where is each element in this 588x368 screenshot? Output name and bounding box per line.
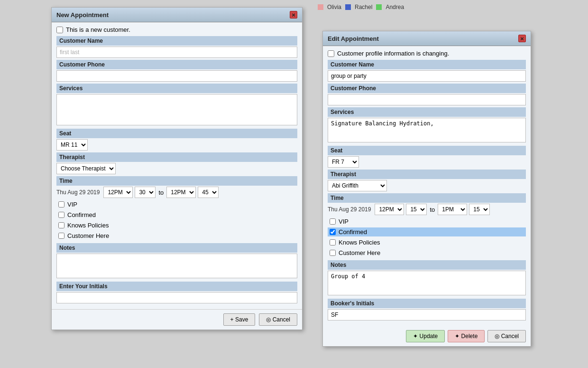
customer-here-checkbox[interactable]	[58, 233, 64, 239]
legend-dot-olivia	[318, 4, 323, 10]
edit-confirmed-label: Confirmed	[339, 228, 367, 236]
notes-textarea[interactable]	[56, 254, 297, 278]
services-textarea[interactable]	[56, 94, 297, 125]
customer-phone-input[interactable]	[56, 70, 297, 82]
new-customer-label: This is a new customer.	[66, 26, 130, 33]
edit-knows-policies-row: Knows Policies	[328, 238, 526, 247]
initials-input[interactable]	[56, 292, 297, 303]
edit-therapist-select[interactable]: Abi Griffith Choose Therapist Olivia Rac…	[328, 180, 387, 191]
vip-label: VIP	[67, 201, 77, 208]
edit-knows-policies-checkbox[interactable]	[330, 239, 336, 245]
edit-vip-row: VIP	[328, 217, 526, 226]
knows-policies-checkbox[interactable]	[58, 222, 64, 228]
confirmed-row: Confirmed	[56, 210, 297, 219]
edit-seat-select[interactable]: FR 7 MR 11 FR 8	[328, 156, 359, 168]
edit-appointment-footer: ✦ Update ✦ Delete ◎ Cancel	[323, 326, 531, 346]
edit-confirmed-row: Confirmed	[328, 227, 526, 236]
customer-here-label: Customer Here	[67, 232, 109, 239]
edit-seat-label: Seat	[328, 146, 526, 155]
customer-here-row: Customer Here	[56, 231, 297, 240]
edit-appointment-body: Customer profile information is changing…	[323, 46, 531, 326]
edit-vip-checkbox[interactable]	[330, 218, 336, 225]
new-customer-checkbox[interactable]	[56, 27, 63, 33]
edit-time-date: Thu Aug 29 2019	[328, 206, 371, 213]
edit-confirmed-checkbox[interactable]	[330, 229, 336, 235]
seat-select[interactable]: MR 11 MR 12 FR 7 FR 8	[56, 139, 88, 151]
edit-appointment-close-button[interactable]: ×	[518, 35, 526, 42]
edit-customer-name-label: Customer Name	[328, 60, 526, 69]
initials-label: Enter Your Initials	[56, 282, 297, 291]
edit-bookers-initials-input[interactable]	[328, 309, 526, 321]
edit-notes-textarea[interactable]: Group of 4	[328, 271, 526, 295]
time-to-label: to	[158, 189, 164, 196]
edit-end-min-select[interactable]: 15003045	[469, 204, 490, 215]
start-min-select[interactable]: 30001545	[135, 187, 156, 198]
new-appointment-title-bar: New Appointment ×	[52, 8, 302, 22]
time-label: Time	[56, 176, 297, 186]
edit-time-row: Thu Aug 29 2019 12PM1PM11AM 15003045 to …	[328, 204, 526, 215]
edit-customer-here-row: Customer Here	[328, 248, 526, 257]
legend-label-olivia: Olivia	[327, 4, 341, 10]
end-min-select[interactable]: 45001530	[198, 187, 219, 198]
new-customer-row: This is a new customer.	[56, 26, 297, 33]
customer-name-label: Customer Name	[56, 36, 297, 46]
new-appointment-close-button[interactable]: ×	[290, 11, 297, 19]
services-label: Services	[56, 84, 297, 93]
edit-services-textarea[interactable]: Signature Balancing Hydration,	[328, 118, 526, 142]
edit-appointment-title: Edit Appointment	[328, 35, 379, 42]
profile-changing-label: Customer profile information is changing…	[337, 50, 449, 57]
edit-start-min-select[interactable]: 15003045	[406, 204, 427, 215]
new-appointment-title: New Appointment	[56, 11, 109, 19]
profile-changing-row: Customer profile information is changing…	[328, 50, 526, 57]
edit-vip-label: VIP	[339, 218, 349, 225]
edit-time-label: Time	[328, 193, 526, 203]
confirmed-checkbox[interactable]	[58, 212, 64, 218]
edit-customer-phone-input[interactable]	[328, 94, 526, 105]
edit-time-to-label: to	[430, 206, 435, 213]
new-appointment-body: This is a new customer. Customer Name Cu…	[52, 22, 302, 309]
knows-policies-row: Knows Policies	[56, 221, 297, 230]
update-button[interactable]: ✦ Update	[406, 330, 445, 342]
edit-services-label: Services	[328, 107, 526, 117]
edit-customer-here-checkbox[interactable]	[330, 250, 336, 256]
new-appointment-dialog: New Appointment × This is a new customer…	[51, 7, 303, 330]
delete-button[interactable]: ✦ Delete	[448, 330, 485, 342]
edit-notes-label: Notes	[328, 260, 526, 270]
confirmed-label: Confirmed	[67, 211, 96, 218]
legend-dot-rachel	[345, 4, 351, 10]
knows-policies-label: Knows Policies	[67, 222, 109, 229]
legend-dot-andrea	[376, 4, 382, 10]
save-button[interactable]: + Save	[223, 313, 256, 326]
profile-changing-checkbox[interactable]	[328, 50, 334, 57]
check-section: VIP Confirmed Knows Policies Customer He…	[56, 200, 297, 240]
edit-therapist-label: Therapist	[328, 170, 526, 179]
customer-name-input[interactable]	[56, 47, 297, 58]
therapist-select[interactable]: Choose Therapist Abi Griffith Olivia Rac…	[56, 163, 116, 174]
edit-knows-policies-label: Knows Policies	[339, 239, 380, 246]
edit-bookers-initials-label: Booker's Initials	[328, 299, 526, 308]
edit-cancel-button[interactable]: ◎ Cancel	[487, 330, 526, 342]
vip-row: VIP	[56, 200, 297, 209]
edit-end-hour-select[interactable]: 1PM12PM2PM	[438, 204, 467, 215]
edit-start-hour-select[interactable]: 12PM1PM11AM	[375, 204, 404, 215]
edit-customer-name-input[interactable]	[328, 70, 526, 82]
seat-label: Seat	[56, 129, 297, 138]
therapist-label: Therapist	[56, 152, 297, 162]
end-hour-select[interactable]: 12PM1PM11AM	[166, 187, 196, 198]
legend-label-rachel: Rachel	[355, 4, 372, 10]
edit-appointment-title-bar: Edit Appointment ×	[323, 31, 531, 46]
time-date: Thu Aug 29 2019	[56, 189, 100, 196]
edit-customer-here-label: Customer Here	[339, 249, 380, 256]
edit-appointment-dialog: Edit Appointment × Customer profile info…	[322, 31, 531, 347]
notes-label: Notes	[56, 243, 297, 253]
legend-label-andrea: Andrea	[386, 4, 404, 10]
legend-bar: Olivia Rachel Andrea	[318, 4, 404, 10]
new-appointment-footer: + Save ◎ Cancel	[52, 309, 302, 330]
edit-check-section: VIP Confirmed Knows Policies Customer He…	[328, 217, 526, 257]
vip-checkbox[interactable]	[58, 201, 64, 208]
edit-customer-phone-label: Customer Phone	[328, 84, 526, 93]
cancel-button[interactable]: ◎ Cancel	[259, 313, 297, 326]
time-row: Thu Aug 29 2019 12PM1PM11AM 30001545 to …	[56, 187, 297, 198]
start-hour-select[interactable]: 12PM1PM11AM	[103, 187, 133, 198]
customer-phone-label: Customer Phone	[56, 60, 297, 69]
